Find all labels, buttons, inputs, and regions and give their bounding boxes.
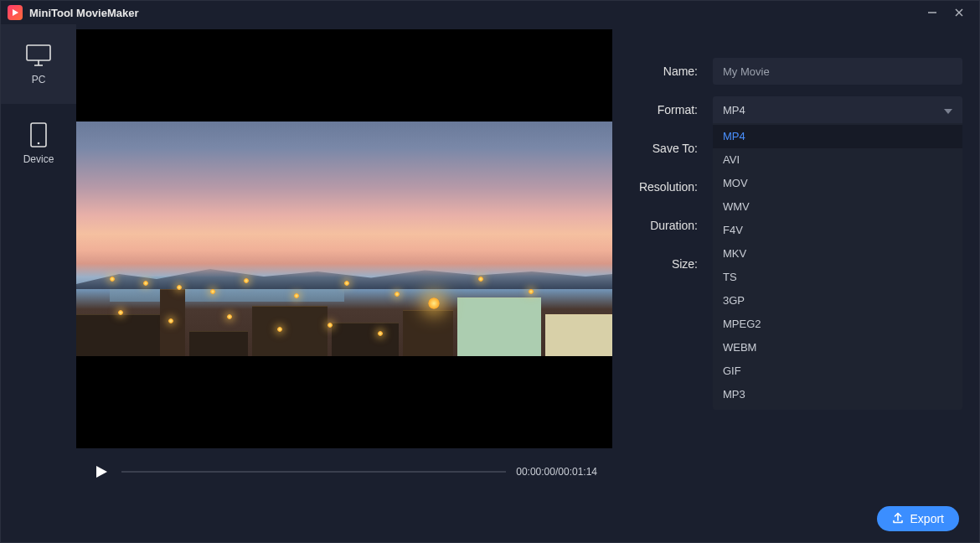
sidebar: PC Device	[1, 24, 76, 495]
svg-marker-10	[944, 109, 952, 114]
format-select[interactable]: MP4	[713, 96, 962, 123]
export-window: MiniTool MovieMaker PC	[0, 0, 980, 543]
sidebar-item-label: Device	[23, 153, 54, 165]
sidebar-item-pc[interactable]: PC	[1, 24, 76, 104]
svg-marker-9	[96, 466, 107, 478]
format-option[interactable]: 3GP	[713, 289, 962, 313]
format-option[interactable]: WEBM	[713, 336, 962, 359]
player-controls: 00:00:00/00:01:14	[76, 448, 612, 495]
format-option[interactable]: MP3	[713, 383, 962, 406]
duration-label: Duration:	[621, 219, 713, 232]
bottom-bar: Export	[1, 495, 979, 542]
close-button[interactable]	[946, 3, 972, 23]
settings-panel: Name: Format: MP4 MP4AVIMOVWMVF4VMKVTS3G…	[612, 24, 979, 495]
upload-icon	[892, 512, 904, 526]
resolution-label: Resolution:	[621, 180, 713, 194]
format-option[interactable]: MPEG2	[713, 313, 962, 336]
monitor-icon	[24, 44, 53, 67]
app-title: MiniTool MovieMaker	[29, 7, 139, 19]
export-button[interactable]: Export	[877, 506, 959, 531]
video-preview	[76, 29, 612, 448]
sidebar-item-device[interactable]: Device	[1, 104, 76, 184]
size-label: Size:	[621, 257, 713, 271]
format-option[interactable]: WMV	[713, 195, 962, 219]
play-button[interactable]	[91, 462, 111, 482]
format-option[interactable]: TS	[713, 266, 962, 289]
minimize-button[interactable]	[919, 3, 946, 23]
save-to-label: Save To:	[621, 142, 713, 155]
app-logo-icon	[8, 5, 23, 20]
format-option[interactable]: GIF	[713, 359, 962, 383]
format-label: Format:	[621, 103, 713, 116]
timecode: 00:00:00/00:01:14	[516, 466, 597, 478]
svg-point-8	[38, 142, 40, 144]
sidebar-item-label: PC	[32, 74, 46, 85]
name-label: Name:	[621, 65, 713, 78]
svg-marker-0	[13, 9, 18, 16]
format-option[interactable]: MKV	[713, 242, 962, 266]
format-option[interactable]: F4V	[713, 219, 962, 242]
svg-rect-4	[27, 45, 50, 60]
format-dropdown: MP4AVIMOVWMVF4VMKVTS3GPMPEG2WEBMGIFMP3	[713, 123, 962, 410]
device-icon	[24, 123, 53, 147]
titlebar: MiniTool MovieMaker	[1, 1, 979, 24]
preview-image	[76, 122, 612, 390]
progress-bar[interactable]	[121, 471, 506, 473]
format-option[interactable]: MP4	[713, 125, 962, 148]
format-option[interactable]: MOV	[713, 172, 962, 195]
chevron-down-icon	[944, 104, 952, 116]
name-input[interactable]	[713, 58, 962, 85]
format-option[interactable]: AVI	[713, 148, 962, 172]
preview-area: 00:00:00/00:01:14	[76, 24, 612, 495]
